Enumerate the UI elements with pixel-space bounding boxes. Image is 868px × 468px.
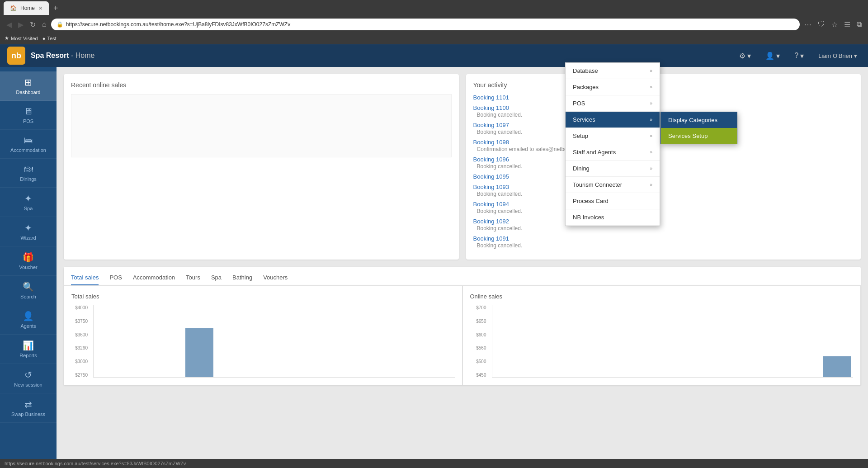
booking-link-1094[interactable]: Booking 1094 <box>473 201 854 208</box>
total-sales-chart-title: Total sales <box>71 293 455 300</box>
menu-item-setup[interactable]: Setup » <box>566 128 660 144</box>
sidebar-label-spa: Spa <box>24 206 33 211</box>
oy-label-6: $450 <box>470 373 486 378</box>
tab-tours[interactable]: Tours <box>186 270 200 285</box>
split-view-icon[interactable]: ⧉ <box>855 19 863 29</box>
booking-link-1095[interactable]: Booking 1095 <box>473 173 854 180</box>
menu-item-staff-and-agents[interactable]: Staff and Agents » <box>566 144 660 161</box>
booking-link-1096[interactable]: Booking 1096 <box>473 156 854 163</box>
sidebar-item-spa[interactable]: ✦ Spa <box>0 188 57 217</box>
bookmark-label-2: Test <box>47 36 56 41</box>
submenu-item-display-categories[interactable]: Display Categories <box>661 112 737 128</box>
sidebar-label-dinings: Dinings <box>20 176 37 182</box>
ssl-lock-icon: 🔒 <box>57 21 63 28</box>
menu-item-pos[interactable]: POS » <box>566 95 660 112</box>
reader-icon[interactable]: ☰ <box>842 19 852 30</box>
total-sales-bars <box>93 305 455 378</box>
menu-item-services[interactable]: Services » Display Categories Services S… <box>566 112 660 128</box>
tab-vouchers[interactable]: Vouchers <box>263 270 288 285</box>
user-button[interactable]: 👤 ▾ <box>762 50 783 62</box>
menu-label-nb-invoices: NB Invoices <box>573 214 604 221</box>
online-sales-y-axis: $450 $500 $560 $600 $650 $700 <box>470 305 488 378</box>
sidebar-item-search[interactable]: 🔍 Search <box>0 276 57 305</box>
tab-pos[interactable]: POS <box>109 270 122 285</box>
sidebar-item-reports[interactable]: 📊 Reports <box>0 335 57 364</box>
settings-button[interactable]: ⚙ ▾ <box>736 50 755 62</box>
booking-link-1091[interactable]: Booking 1091 <box>473 235 854 242</box>
menu-item-database[interactable]: Database » <box>566 67 660 79</box>
sales-content <box>71 94 452 157</box>
home-button[interactable]: ⌂ <box>40 19 48 29</box>
address-input[interactable]: 🔒 https://secure.netbookings.com.au/test… <box>51 19 800 30</box>
menu-item-dining[interactable]: Dining » <box>566 161 660 177</box>
sidebar-item-new-session[interactable]: ↺ New session <box>0 364 57 393</box>
menu-item-packages[interactable]: Packages » <box>566 79 660 95</box>
tab-title: Home <box>20 5 35 11</box>
charts-grid: Total sales $2750 $3000 $3260 $3600 $375… <box>64 285 861 385</box>
tab-total-sales[interactable]: Total sales <box>71 270 99 285</box>
app-name: Spa Resort <box>31 52 69 59</box>
sidebar-item-dashboard[interactable]: ⊞ Dashboard <box>0 71 57 101</box>
menu-item-nb-invoices[interactable]: NB Invoices <box>566 209 660 226</box>
booking-status-1097: Booking cancelled. <box>473 129 523 135</box>
menu-label-packages: Packages <box>573 84 599 90</box>
tab-close-button[interactable]: ✕ <box>38 5 42 11</box>
tab-accommodation[interactable]: Accommodation <box>133 270 175 285</box>
tab-bathing[interactable]: Bathing <box>232 270 252 285</box>
menu-arrow-pos: » <box>650 101 652 106</box>
spa-icon: ✦ <box>24 193 32 204</box>
booking-link-1093[interactable]: Booking 1093 <box>473 184 854 190</box>
menu-item-tourism-connecter[interactable]: Tourism Connecter » <box>566 177 660 193</box>
new-session-icon: ↺ <box>24 369 32 380</box>
menu-label-tourism-connecter: Tourism Connecter <box>573 181 622 188</box>
sidebar-item-swap-business[interactable]: ⇄ Swap Business <box>0 393 57 423</box>
bar-4 <box>185 328 213 378</box>
header-right: ⚙ ▾ 👤 ▾ ? ▾ Liam O'Brien ▾ <box>736 50 861 62</box>
active-tab[interactable]: 🏠 Home ✕ <box>4 1 49 15</box>
back-button[interactable]: ◀ <box>5 19 14 30</box>
submenu-item-services-setup[interactable]: Services Setup <box>661 128 737 144</box>
menu-item-process-card[interactable]: Process Card <box>566 193 660 209</box>
booking-link-1100[interactable]: Booking 1100 <box>473 104 854 111</box>
app-header: nb Spa Resort - Home ⚙ ▾ 👤 ▾ ? ▾ Liam <box>0 44 868 67</box>
oy-label-1: $700 <box>470 305 486 310</box>
online-sales-chart-title: Online sales <box>470 293 854 300</box>
dashboard-icon: ⊞ <box>24 77 32 88</box>
bookmark-test[interactable]: ● Test <box>42 36 57 41</box>
header-left: nb Spa Resort - Home <box>7 47 94 65</box>
user-chevron-icon: ▾ <box>776 52 780 60</box>
booking-link-1101[interactable]: Booking 1101 <box>473 94 854 101</box>
sidebar-item-dinings[interactable]: 🍽 Dinings <box>0 159 57 188</box>
wizard-icon: ✦ <box>24 222 32 233</box>
help-button[interactable]: ? ▾ <box>791 50 807 62</box>
obar-12 <box>823 356 851 378</box>
user-name-text: Liam O'Brien <box>818 52 852 59</box>
sidebar-item-agents[interactable]: 👤 Agents <box>0 305 57 335</box>
booking-item-1101: Booking 1101 <box>473 94 854 101</box>
new-tab-button[interactable]: + <box>51 4 61 13</box>
sidebar-item-accommodation[interactable]: 🛏 Accommodation <box>0 130 57 159</box>
sales-tabs: Total sales POS Accommodation Tours Spa … <box>64 267 861 285</box>
help-chevron-icon: ▾ <box>800 52 804 60</box>
reports-icon: 📊 <box>23 340 34 351</box>
tab-spa[interactable]: Spa <box>211 270 222 285</box>
forward-button[interactable]: ▶ <box>16 19 25 30</box>
sidebar: ⊞ Dashboard 🖥 POS 🛏 Accommodation 🍽 Dini… <box>0 67 57 468</box>
app-page: Home <box>75 52 95 59</box>
sidebar-item-pos[interactable]: 🖥 POS <box>0 101 57 130</box>
oy-label-4: $560 <box>470 345 486 350</box>
sidebar-item-wizard[interactable]: ✦ Wizard <box>0 217 57 246</box>
bookmark-star-icon[interactable]: ☆ <box>830 19 840 30</box>
bookmark-most-visited[interactable]: ★ Most Visited <box>5 35 38 41</box>
booking-link-1092[interactable]: Booking 1092 <box>473 218 854 225</box>
app-container: nb Spa Resort - Home ⚙ ▾ 👤 ▾ ? ▾ Liam <box>0 44 868 468</box>
browser-menu-button[interactable]: ⋯ <box>802 19 813 30</box>
activity-title: Your activity <box>473 81 854 89</box>
menu-label-pos: POS <box>573 100 585 107</box>
refresh-button[interactable]: ↻ <box>28 19 38 30</box>
menu-label-database: Database <box>573 67 598 74</box>
address-bar: ◀ ▶ ↻ ⌂ 🔒 https://secure.netbookings.com… <box>0 16 868 33</box>
sidebar-item-voucher[interactable]: 🎁 Voucher <box>0 246 57 276</box>
user-name-button[interactable]: Liam O'Brien ▾ <box>815 51 861 61</box>
y-label-3: $3600 <box>71 332 88 337</box>
